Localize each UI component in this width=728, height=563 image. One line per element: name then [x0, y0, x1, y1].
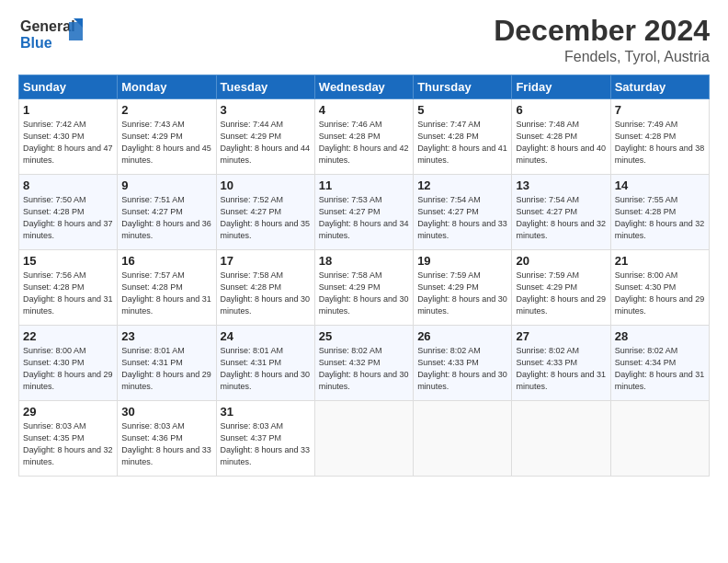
calendar-cell: 31Sunrise: 8:03 AMSunset: 4:37 PMDayligh… — [216, 401, 314, 477]
location: Fendels, Tyrol, Austria — [494, 49, 710, 65]
cell-details: Sunrise: 8:03 AMSunset: 4:35 PMDaylight:… — [23, 420, 113, 468]
cell-details: Sunrise: 7:51 AMSunset: 4:27 PMDaylight:… — [121, 194, 211, 242]
cell-details: Sunrise: 7:56 AMSunset: 4:28 PMDaylight:… — [23, 270, 113, 317]
day-number: 19 — [417, 254, 507, 268]
day-number: 20 — [516, 254, 606, 268]
calendar-cell — [414, 401, 512, 477]
calendar-cell: 2Sunrise: 7:43 AMSunset: 4:29 PMDaylight… — [118, 99, 216, 175]
cell-details: Sunrise: 8:01 AMSunset: 4:31 PMDaylight:… — [121, 345, 211, 393]
cell-details: Sunrise: 7:48 AMSunset: 4:28 PMDaylight:… — [516, 119, 606, 167]
calendar-cell: 4Sunrise: 7:46 AMSunset: 4:28 PMDaylight… — [314, 99, 413, 175]
cell-details: Sunrise: 7:54 AMSunset: 4:27 PMDaylight:… — [516, 194, 606, 242]
col-header-monday: Monday — [118, 75, 216, 99]
day-number: 27 — [516, 329, 606, 343]
calendar-week-2: 8Sunrise: 7:50 AMSunset: 4:28 PMDaylight… — [19, 175, 710, 250]
cell-details: Sunrise: 8:02 AMSunset: 4:33 PMDaylight:… — [417, 345, 507, 393]
day-number: 1 — [23, 103, 113, 117]
svg-text:General: General — [20, 18, 75, 34]
cell-details: Sunrise: 7:58 AMSunset: 4:28 PMDaylight:… — [221, 270, 311, 317]
col-header-sunday: Sunday — [19, 75, 118, 99]
calendar-cell: 1Sunrise: 7:42 AMSunset: 4:30 PMDaylight… — [19, 99, 118, 175]
cell-details: Sunrise: 7:54 AMSunset: 4:27 PMDaylight:… — [417, 194, 507, 242]
cell-details: Sunrise: 7:58 AMSunset: 4:29 PMDaylight:… — [319, 270, 409, 317]
calendar-cell: 19Sunrise: 7:59 AMSunset: 4:29 PMDayligh… — [414, 250, 512, 326]
calendar-cell: 15Sunrise: 7:56 AMSunset: 4:28 PMDayligh… — [19, 250, 118, 326]
calendar-cell — [512, 401, 610, 477]
cell-details: Sunrise: 7:59 AMSunset: 4:29 PMDaylight:… — [516, 270, 606, 317]
cell-details: Sunrise: 8:03 AMSunset: 4:36 PMDaylight:… — [121, 420, 211, 468]
calendar-cell: 16Sunrise: 7:57 AMSunset: 4:28 PMDayligh… — [118, 250, 216, 326]
calendar-week-1: 1Sunrise: 7:42 AMSunset: 4:30 PMDaylight… — [19, 99, 710, 175]
day-number: 18 — [319, 254, 409, 268]
cell-details: Sunrise: 7:49 AMSunset: 4:28 PMDaylight:… — [615, 119, 705, 167]
day-number: 8 — [23, 178, 113, 192]
col-header-thursday: Thursday — [414, 75, 512, 99]
calendar-cell: 29Sunrise: 8:03 AMSunset: 4:35 PMDayligh… — [19, 401, 118, 477]
day-number: 13 — [516, 178, 606, 192]
col-header-friday: Friday — [512, 75, 610, 99]
day-number: 29 — [23, 405, 113, 419]
cell-details: Sunrise: 7:57 AMSunset: 4:28 PMDaylight:… — [121, 270, 211, 317]
calendar-cell: 13Sunrise: 7:54 AMSunset: 4:27 PMDayligh… — [512, 175, 610, 250]
day-number: 17 — [221, 254, 311, 268]
cell-details: Sunrise: 7:52 AMSunset: 4:27 PMDaylight:… — [221, 194, 311, 242]
cell-details: Sunrise: 7:46 AMSunset: 4:28 PMDaylight:… — [319, 119, 409, 167]
day-number: 31 — [221, 405, 311, 419]
cell-details: Sunrise: 7:55 AMSunset: 4:28 PMDaylight:… — [615, 194, 705, 242]
calendar-cell: 12Sunrise: 7:54 AMSunset: 4:27 PMDayligh… — [414, 175, 512, 250]
calendar-cell: 21Sunrise: 8:00 AMSunset: 4:30 PMDayligh… — [610, 250, 709, 326]
cell-details: Sunrise: 7:47 AMSunset: 4:28 PMDaylight:… — [417, 119, 507, 167]
calendar-cell: 28Sunrise: 8:02 AMSunset: 4:34 PMDayligh… — [610, 326, 709, 401]
day-number: 26 — [417, 329, 507, 343]
cell-details: Sunrise: 7:42 AMSunset: 4:30 PMDaylight:… — [23, 119, 113, 167]
cell-details: Sunrise: 7:43 AMSunset: 4:29 PMDaylight:… — [121, 119, 211, 167]
calendar-week-4: 22Sunrise: 8:00 AMSunset: 4:30 PMDayligh… — [19, 326, 710, 401]
calendar-cell: 7Sunrise: 7:49 AMSunset: 4:28 PMDaylight… — [610, 99, 709, 175]
logo: General Blue — [18, 15, 83, 57]
logo-area: General Blue — [18, 15, 83, 57]
calendar-cell: 22Sunrise: 8:00 AMSunset: 4:30 PMDayligh… — [19, 326, 118, 401]
title-area: December 2024 Fendels, Tyrol, Austria — [494, 15, 710, 65]
calendar-cell: 10Sunrise: 7:52 AMSunset: 4:27 PMDayligh… — [216, 175, 314, 250]
cell-details: Sunrise: 7:53 AMSunset: 4:27 PMDaylight:… — [319, 194, 409, 242]
col-header-wednesday: Wednesday — [314, 75, 413, 99]
calendar-cell — [314, 401, 413, 477]
day-number: 10 — [221, 178, 311, 192]
day-number: 12 — [417, 178, 507, 192]
day-number: 9 — [121, 178, 211, 192]
calendar-cell: 17Sunrise: 7:58 AMSunset: 4:28 PMDayligh… — [216, 250, 314, 326]
col-header-tuesday: Tuesday — [216, 75, 314, 99]
calendar-cell: 14Sunrise: 7:55 AMSunset: 4:28 PMDayligh… — [610, 175, 709, 250]
calendar-week-3: 15Sunrise: 7:56 AMSunset: 4:28 PMDayligh… — [19, 250, 710, 326]
cell-details: Sunrise: 8:03 AMSunset: 4:37 PMDaylight:… — [221, 420, 311, 468]
day-number: 23 — [121, 329, 211, 343]
page: General Blue December 2024 Fendels, Tyro… — [0, 0, 728, 563]
calendar-cell: 26Sunrise: 8:02 AMSunset: 4:33 PMDayligh… — [414, 326, 512, 401]
day-number: 30 — [121, 405, 211, 419]
calendar: SundayMondayTuesdayWednesdayThursdayFrid… — [18, 75, 710, 477]
cell-details: Sunrise: 8:02 AMSunset: 4:33 PMDaylight:… — [516, 345, 606, 393]
calendar-cell: 23Sunrise: 8:01 AMSunset: 4:31 PMDayligh… — [118, 326, 216, 401]
cell-details: Sunrise: 8:02 AMSunset: 4:34 PMDaylight:… — [615, 345, 705, 393]
day-number: 2 — [121, 103, 211, 117]
calendar-cell: 3Sunrise: 7:44 AMSunset: 4:29 PMDaylight… — [216, 99, 314, 175]
day-number: 24 — [221, 329, 311, 343]
calendar-cell: 30Sunrise: 8:03 AMSunset: 4:36 PMDayligh… — [118, 401, 216, 477]
svg-text:Blue: Blue — [20, 35, 52, 51]
calendar-cell: 9Sunrise: 7:51 AMSunset: 4:27 PMDaylight… — [118, 175, 216, 250]
day-number: 15 — [23, 254, 113, 268]
day-number: 3 — [221, 103, 311, 117]
day-number: 28 — [615, 329, 705, 343]
calendar-cell: 6Sunrise: 7:48 AMSunset: 4:28 PMDaylight… — [512, 99, 610, 175]
month-title: December 2024 — [494, 15, 710, 47]
calendar-cell — [610, 401, 709, 477]
day-number: 25 — [319, 329, 409, 343]
calendar-cell: 25Sunrise: 8:02 AMSunset: 4:32 PMDayligh… — [314, 326, 413, 401]
cell-details: Sunrise: 7:44 AMSunset: 4:29 PMDaylight:… — [221, 119, 311, 167]
calendar-cell: 8Sunrise: 7:50 AMSunset: 4:28 PMDaylight… — [19, 175, 118, 250]
calendar-cell: 5Sunrise: 7:47 AMSunset: 4:28 PMDaylight… — [414, 99, 512, 175]
cell-details: Sunrise: 7:50 AMSunset: 4:28 PMDaylight:… — [23, 194, 113, 242]
day-number: 4 — [319, 103, 409, 117]
calendar-cell: 24Sunrise: 8:01 AMSunset: 4:31 PMDayligh… — [216, 326, 314, 401]
day-number: 5 — [417, 103, 507, 117]
